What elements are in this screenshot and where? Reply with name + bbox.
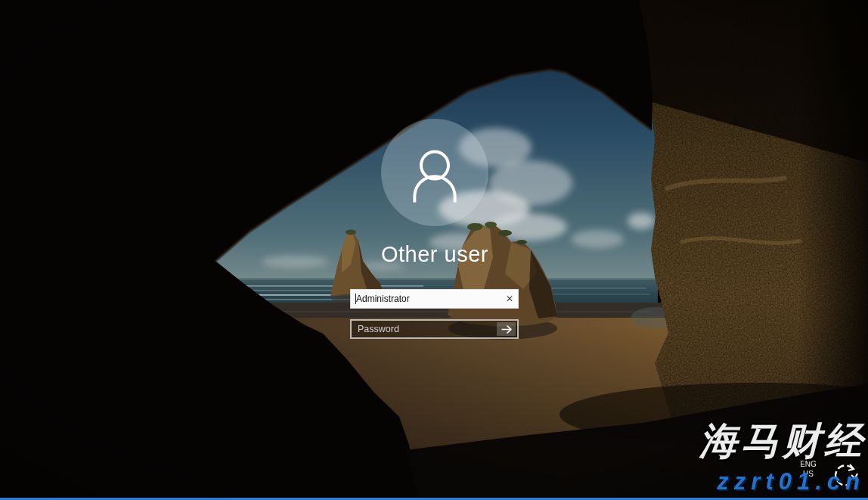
clear-username-button[interactable]: ✕: [501, 291, 515, 305]
other-user-label: Other user: [302, 242, 567, 267]
circular-arrows-button[interactable]: [830, 460, 860, 492]
username-input[interactable]: [351, 290, 518, 308]
circular-arrows-icon: [830, 460, 860, 492]
text-caret: [355, 293, 356, 304]
language-indicator[interactable]: ENG US: [797, 459, 820, 479]
password-field[interactable]: [350, 319, 519, 339]
user-avatar: [381, 119, 488, 226]
submit-button[interactable]: [497, 322, 516, 336]
keyboard-layout-code: US: [797, 469, 820, 479]
arrow-right-icon: [501, 325, 513, 334]
x-clear-icon: ✕: [506, 293, 513, 304]
login-screen: Other user ✕ ENG US 海马财经 zzrt01.cn: [0, 0, 868, 500]
language-code: ENG: [797, 459, 820, 469]
password-input[interactable]: [352, 321, 517, 337]
person-icon: [389, 126, 481, 219]
username-field[interactable]: ✕: [350, 289, 519, 309]
